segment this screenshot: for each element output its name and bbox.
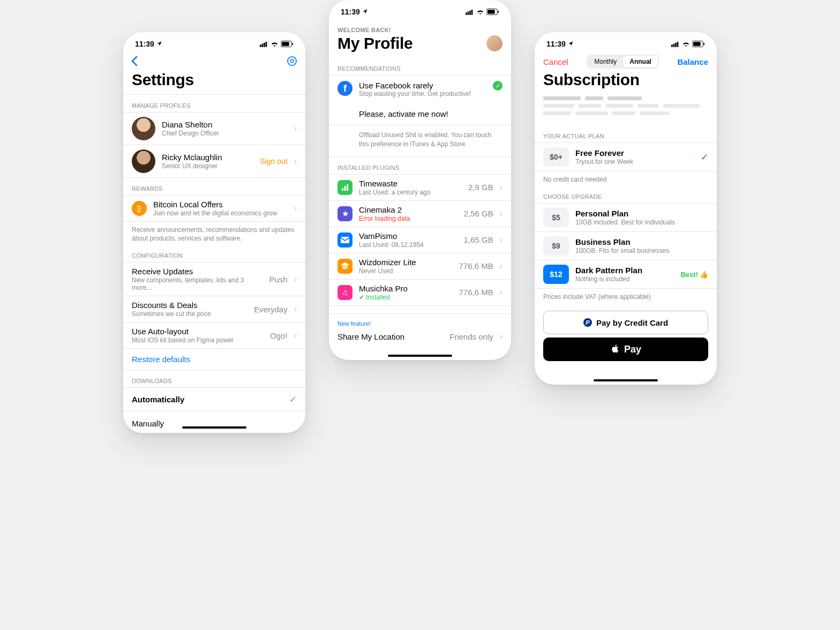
section-header-downloads: DOWNLOADS [123,370,305,387]
row-sub: Sometimes we cut the price [132,310,248,318]
plugin-sub: Never Used [359,267,452,275]
svg-rect-6 [292,43,293,45]
page-title: Settings [123,71,305,94]
rewards-row[interactable]: ₿ Bitcoin Local Offers Join now and let … [123,196,305,222]
profile-name: Ricky Mclaughlin [162,153,253,162]
profile-row[interactable]: Ricky Mclaughlin Senior UX designer Sign… [123,145,305,178]
row-sub: Join now and let the digital economics g… [153,209,288,217]
pay-apple-button[interactable]: Pay [543,338,708,361]
config-row[interactable]: Receive Updates New components, template… [123,262,305,296]
gear-icon[interactable] [286,55,298,69]
new-feature-label: New feature! [329,313,511,327]
profile-row[interactable]: Diana Shelton Chief Design Officer › [123,112,305,145]
plugin-row[interactable]: ♫ Musichka Pro ✔Installed 776,6 MB › [329,280,511,306]
cancel-button[interactable]: Cancel [543,57,568,66]
svg-rect-1 [262,43,264,47]
chevron-right-icon: › [294,304,297,314]
home-indicator [388,355,452,357]
config-row[interactable]: Discounts & Deals Sometimes we cut the p… [123,296,305,322]
row-title: Use Auto-layout [132,327,264,336]
plugin-row[interactable]: VamPismo Last Used: 08.12.1954 1,65 GB › [329,227,511,253]
status-bar: 11:39 [123,32,305,51]
check-circle-icon: ✔ [359,294,364,301]
sign-out-button[interactable]: Sign out [260,157,287,166]
restore-defaults-link[interactable]: Restore defaults [123,349,305,370]
pay-credit-card-button[interactable]: P Pay by Credit Card [543,311,708,334]
chevron-right-icon: › [294,124,297,133]
facebook-icon: f [338,81,352,96]
plugin-name: Timewaste [359,179,462,188]
plugin-name: Musichka Pro [359,284,452,293]
row-sub: Most iOS kit based on Figma power [132,336,264,344]
avatar[interactable] [486,35,502,51]
back-button[interactable] [131,55,138,70]
segment-annual[interactable]: Annual [623,56,658,68]
rec-title: Use Facebook rarely [359,81,486,90]
price-tag: $12 [543,265,569,284]
plan-row-current[interactable]: $0+ Free Forever Tryout for one Week ✓ [535,143,717,171]
section-header-rewards: REWARDS [123,178,305,195]
svg-rect-15 [498,11,499,13]
avatar [132,117,155,140]
thumbs-up-icon: 👍 [700,271,708,279]
phone-subscription: 11:39 Cancel Monthly Annual Balance Subs… [535,32,717,385]
download-option[interactable]: Manually [123,411,305,433]
chevron-right-icon: › [500,235,502,245]
location-icon [362,8,368,16]
status-indicators [466,9,499,15]
svg-rect-12 [471,10,473,15]
download-option[interactable]: Automatically ✓ [123,388,305,411]
segment-monthly[interactable]: Monthly [588,56,623,68]
plugin-sub: ✔Installed [359,294,452,301]
section-footer: Receive announcements, recommendations a… [123,222,305,245]
svg-rect-10 [468,11,469,14]
plan-title: Personal Plan [575,209,708,218]
row-title: Share My Location [338,332,443,341]
svg-rect-18 [347,184,348,191]
svg-rect-5 [282,42,289,46]
section-header-config: CONFIGURATION [123,245,305,262]
plan-row[interactable]: $9 Business Plan 100GB. Fits for small b… [535,232,717,260]
svg-rect-23 [677,42,679,47]
plan-title: Business Plan [575,237,708,246]
plugin-name: Cinemaka 2 [359,205,458,214]
section-header-plugins: INSTALLED PLUGINS [329,157,511,174]
music-icon: ♫ [338,285,352,300]
profile-name: Diana Shelton [162,120,288,129]
activate-prompt[interactable]: Please, activate me now! [329,103,511,125]
share-location-row[interactable]: Share My Location Friends only › [329,327,511,350]
plugin-row[interactable]: Wizdomizer Lite Never Used 776,6 MB › [329,253,511,280]
svg-rect-9 [466,12,467,14]
price-tag: $0+ [543,147,569,167]
plan-sub: 10GB included. Best for individuals [575,219,708,226]
plugin-size: 2,56 GB [464,209,493,218]
rec-note: Offload Unused Shit is enabled. You can … [329,125,511,157]
chevron-right-icon: › [500,288,502,297]
plugin-row[interactable]: Timewaste Last Used: a century ago 2,9 G… [329,175,511,201]
plugin-row[interactable]: ★ Cinemaka 2 Error loading data 2,56 GB … [329,201,511,227]
svg-rect-11 [469,10,471,14]
rec-sub: Stop wasting your time. Get productive! [359,90,486,98]
segment-control[interactable]: Monthly Annual [587,55,659,69]
chevron-right-icon: › [294,274,297,284]
svg-rect-25 [693,42,701,46]
status-indicators [671,41,705,47]
phone-profile: 11:39 WELCOME BACK! My Profile RECOMMEND… [329,0,511,360]
nav-bar [123,51,305,71]
recommendation-row[interactable]: f Use Facebook rarely Stop wasting your … [329,75,511,103]
checkmark-icon: ✓ [701,152,708,163]
plan-row[interactable]: $12 Dark Pattern Plan Nothing is include… [535,260,717,289]
home-indicator [594,379,658,381]
svg-rect-17 [344,186,346,191]
plan-sub: Nothing is included [575,275,674,283]
balance-button[interactable]: Balance [677,57,708,66]
star-icon: ★ [338,206,352,221]
checkmark-icon: ✓ [289,394,297,405]
row-title: Receive Updates [132,267,262,276]
svg-rect-19 [341,237,349,243]
plugin-name: VamPismo [359,231,458,241]
page-title: Subscription [535,71,717,94]
plan-title: Free Forever [575,148,694,158]
plan-row[interactable]: $5 Personal Plan 10GB included. Best for… [535,204,717,232]
config-row[interactable]: Use Auto-layout Most iOS kit based on Fi… [123,322,305,349]
